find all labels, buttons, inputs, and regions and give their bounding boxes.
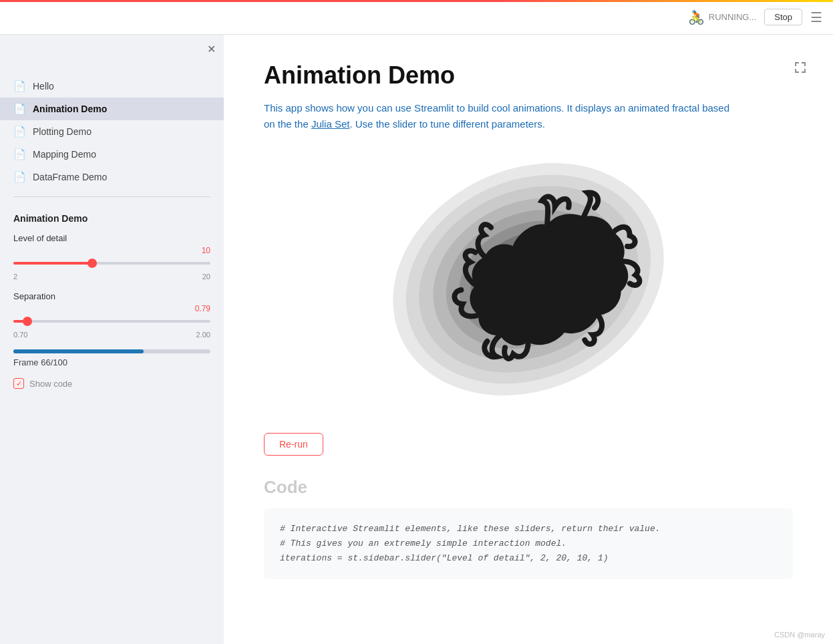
sidebar-item-dataframe-demo[interactable]: 📄 DataFrame Demo <box>0 166 224 188</box>
level-of-detail-label: Level of detail <box>13 233 210 243</box>
bike-icon: 🚴 <box>688 9 705 25</box>
sidebar-section-title: Animation Demo <box>13 213 210 224</box>
level-of-detail-min: 2 <box>13 273 17 281</box>
frame-label: Frame 66/100 <box>13 357 210 367</box>
description-text-2: . Use the slider to tune different param… <box>349 118 544 130</box>
sidebar: ✕ 📄 Hello 📄 Animation Demo 📄 Plotting De… <box>0 35 224 644</box>
sidebar-item-hello[interactable]: 📄 Hello <box>0 75 224 98</box>
code-line-1: # Interactive Streamlit elements, like t… <box>280 522 777 536</box>
level-of-detail-value: 10 <box>202 246 210 255</box>
code-section-title: Code <box>264 477 793 498</box>
separation-value: 0.79 <box>195 304 210 313</box>
progress-bar-fill <box>13 349 144 353</box>
sidebar-close-button[interactable]: ✕ <box>207 43 216 55</box>
watermark: CSDN @maray <box>774 631 825 639</box>
rerun-button[interactable]: Re-run <box>264 433 323 456</box>
running-label: RUNNING... <box>709 12 757 22</box>
main-layout: ✕ 📄 Hello 📄 Animation Demo 📄 Plotting De… <box>0 35 833 644</box>
level-of-detail-minmax: 2 20 <box>13 273 210 281</box>
sidebar-nav: 📄 Hello 📄 Animation Demo 📄 Plotting Demo… <box>0 35 224 188</box>
page-title: Animation Demo <box>264 61 793 90</box>
separation-track <box>13 320 210 323</box>
checkbox-check-icon: ✓ <box>16 379 22 388</box>
sidebar-item-mapping-demo[interactable]: 📄 Mapping Demo <box>0 143 224 166</box>
fractal-container <box>264 152 793 406</box>
doc-icon-plotting: 📄 <box>13 126 26 138</box>
level-of-detail-slider[interactable] <box>13 257 210 270</box>
separation-label: Separation <box>13 291 210 301</box>
sidebar-item-label-animation: Animation Demo <box>33 104 107 114</box>
sidebar-item-label-plotting: Plotting Demo <box>33 126 92 137</box>
sidebar-controls: Animation Demo Level of detail 10 2 20 S… <box>0 205 224 399</box>
progress-bar-wrapper <box>13 349 210 353</box>
sidebar-item-label-hello: Hello <box>33 81 54 92</box>
sidebar-divider <box>13 196 210 197</box>
level-of-detail-fill <box>13 262 92 265</box>
sidebar-item-animation-demo[interactable]: 📄 Animation Demo <box>0 98 224 120</box>
code-line-2: # This gives you an extremely simple int… <box>280 536 777 551</box>
show-code-label: Show code <box>29 379 72 389</box>
sidebar-item-label-mapping: Mapping Demo <box>33 149 96 160</box>
doc-icon-animation: 📄 <box>13 103 26 115</box>
fullscreen-button[interactable] <box>794 61 806 77</box>
level-of-detail-track <box>13 262 210 265</box>
level-of-detail-max: 20 <box>202 273 210 281</box>
show-code-row[interactable]: ✓ Show code <box>13 375 210 399</box>
fractal-svg <box>368 152 689 406</box>
page-description: This app shows how you can use Streamlit… <box>264 100 731 132</box>
main-content: Animation Demo This app shows how you ca… <box>224 35 833 644</box>
menu-icon[interactable]: ☰ <box>810 9 822 25</box>
loading-strip <box>0 0 833 2</box>
sidebar-item-plotting-demo[interactable]: 📄 Plotting Demo <box>0 120 224 143</box>
julia-set-link[interactable]: Julia Set <box>311 118 350 130</box>
level-of-detail-thumb[interactable] <box>88 259 97 268</box>
separation-minmax: 0.70 2.00 <box>13 331 210 339</box>
show-code-checkbox[interactable]: ✓ <box>13 378 24 389</box>
code-block: # Interactive Streamlit elements, like t… <box>264 508 793 579</box>
topbar: 🚴 RUNNING... Stop ☰ <box>0 0 833 35</box>
sidebar-item-label-dataframe: DataFrame Demo <box>33 172 107 182</box>
separation-slider[interactable] <box>13 315 210 328</box>
running-status: 🚴 RUNNING... <box>688 9 757 25</box>
doc-icon-dataframe: 📄 <box>13 171 26 183</box>
separation-max: 2.00 <box>196 331 210 339</box>
stop-button[interactable]: Stop <box>764 9 802 25</box>
separation-thumb[interactable] <box>23 317 32 326</box>
separation-min: 0.70 <box>13 331 27 339</box>
code-line-3: iterations = st.sidebar.slider("Level of… <box>280 551 777 566</box>
doc-icon-mapping: 📄 <box>13 148 26 160</box>
doc-icon-hello: 📄 <box>13 80 26 92</box>
